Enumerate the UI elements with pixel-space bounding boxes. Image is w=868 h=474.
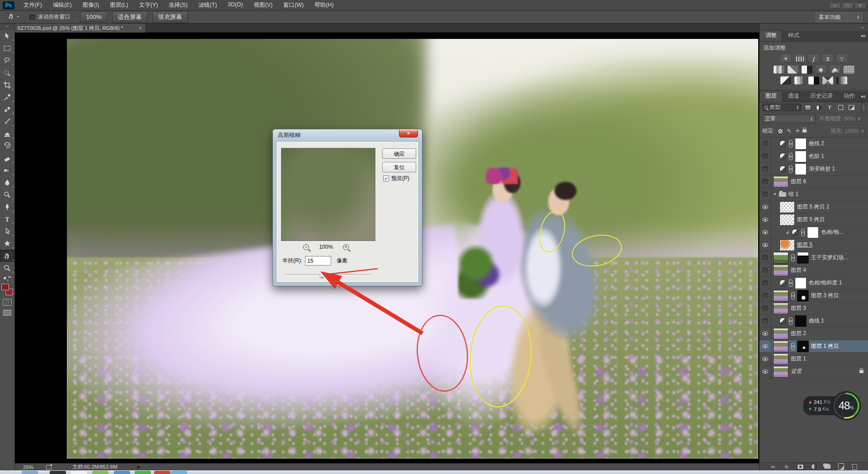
vibrance-icon[interactable] <box>836 55 847 63</box>
levels-icon[interactable] <box>794 55 805 63</box>
layer-row[interactable]: 背景 <box>760 365 868 378</box>
spot-healing-tool[interactable] <box>0 103 15 115</box>
brightness-contrast-icon[interactable] <box>780 55 791 63</box>
layer-thumbnail[interactable] <box>773 290 788 302</box>
fit-screen-button[interactable]: 适合屏幕 <box>112 11 148 23</box>
new-layer-icon[interactable] <box>836 463 845 470</box>
layer-row[interactable]: 图层 2 <box>760 327 868 340</box>
document-tab[interactable]: 6Z7T0035.psd @ 25% (图层 1 拷贝, RGB/8) * × <box>15 24 146 33</box>
close-button[interactable]: × <box>854 2 866 9</box>
layer-name[interactable]: 图层 3 <box>791 304 806 312</box>
layer-thumbnail[interactable] <box>773 341 788 352</box>
quick-mask-button[interactable] <box>3 299 12 306</box>
lasso-tool[interactable] <box>0 54 15 66</box>
layer-thumbnail[interactable] <box>773 176 788 188</box>
tab-调整[interactable]: 调整 <box>760 30 783 41</box>
tool-preset-dropdown-arrow[interactable]: ▼ <box>17 16 19 18</box>
hand-tool[interactable] <box>0 250 15 262</box>
visibility-toggle[interactable] <box>760 289 771 302</box>
panel-menu-icon[interactable]: ▾≡ <box>861 94 866 99</box>
history-brush-tool[interactable] <box>0 140 15 152</box>
visibility-toggle[interactable] <box>760 226 771 238</box>
dodge-tool[interactable] <box>0 189 15 201</box>
layer-name[interactable]: 色相/饱... <box>821 228 843 236</box>
quick-select-tool[interactable] <box>0 66 15 79</box>
app-light-circle[interactable] <box>71 471 87 474</box>
layer-row[interactable]: 渐变映射 1 <box>760 163 868 175</box>
exposure-icon[interactable] <box>822 55 833 63</box>
visibility-toggle[interactable] <box>760 213 771 226</box>
pen-tool[interactable] <box>0 201 15 213</box>
layer-row[interactable]: 图层 3 拷贝 <box>760 289 868 302</box>
hue-saturation-icon[interactable] <box>774 66 784 74</box>
layer-row[interactable]: 图层 5 拷贝 2 <box>760 201 868 213</box>
new-group-icon[interactable] <box>823 463 832 470</box>
blend-mode-dropdown[interactable]: 正常 ▲▼ <box>762 114 816 123</box>
menu-item-6[interactable]: 滤镜(T) <box>193 0 222 10</box>
radius-input[interactable] <box>305 256 331 265</box>
layer-name[interactable]: 图层 6 <box>791 178 806 185</box>
clone-stamp-tool[interactable] <box>0 128 15 140</box>
visibility-toggle[interactable] <box>760 251 771 264</box>
curves-icon[interactable] <box>808 55 819 63</box>
layer-name[interactable]: 色相/饱和度 1 <box>809 279 842 287</box>
eraser-tool[interactable] <box>0 152 15 164</box>
layer-thumbnail[interactable] <box>773 252 788 264</box>
layer-name[interactable]: 背景 <box>791 368 802 375</box>
menu-item-7[interactable]: 3D(D) <box>222 0 248 10</box>
gradient-map-icon[interactable] <box>836 76 847 85</box>
layer-row[interactable]: 图层 5 拷贝 <box>760 213 868 226</box>
eyedropper-tool[interactable] <box>0 91 15 103</box>
visibility-toggle[interactable] <box>760 353 771 365</box>
layer-thumbnail[interactable] <box>773 328 788 340</box>
selective-color-icon[interactable] <box>822 76 833 85</box>
layer-row[interactable]: 色相/饱和度 1 <box>760 277 868 289</box>
lock-position-icon[interactable] <box>794 128 801 134</box>
toolbox-collapse-button[interactable]: ›› <box>0 24 14 30</box>
layer-name[interactable]: 图层 5 拷贝 <box>797 216 825 223</box>
channel-mixer-icon[interactable] <box>830 66 840 74</box>
menu-item-4[interactable]: 文字(Y) <box>134 0 164 10</box>
layer-style-fx-icon[interactable] <box>782 463 791 470</box>
layer-mask-thumbnail[interactable] <box>795 163 807 175</box>
filter-toggle-switch[interactable] <box>862 104 865 112</box>
gradient-tool[interactable] <box>0 164 15 176</box>
adjustment-filter-icon[interactable] <box>815 104 822 111</box>
smart-object-filter-icon[interactable] <box>848 104 855 111</box>
layer-row[interactable]: 图层 5 <box>760 239 868 251</box>
panel-menu-icon[interactable]: ▾≡ <box>861 33 866 38</box>
layer-mask-thumbnail[interactable] <box>795 277 807 289</box>
delete-layer-icon[interactable] <box>850 463 859 470</box>
color-balance-icon[interactable] <box>788 66 798 74</box>
maximize-button[interactable]: □ <box>842 2 854 9</box>
app-blue-circle[interactable] <box>114 471 130 474</box>
layer-name[interactable]: 渐变映射 1 <box>809 165 835 173</box>
layer-thumbnail[interactable] <box>779 239 795 251</box>
layer-mask-thumbnail[interactable] <box>797 341 809 352</box>
layer-row[interactable]: 图层 6 <box>760 175 868 188</box>
radius-slider[interactable] <box>284 272 372 278</box>
move-tool[interactable] <box>0 30 15 42</box>
app-red-yellow[interactable] <box>154 471 170 474</box>
menu-item-8[interactable]: 视图(V) <box>248 0 278 10</box>
layer-name[interactable]: 曲线 2 <box>809 140 824 147</box>
layer-name[interactable]: 图层 4 <box>791 266 806 274</box>
shape-filter-icon[interactable] <box>837 104 844 111</box>
layer-row[interactable]: 图层 1 <box>760 353 868 365</box>
visibility-toggle[interactable] <box>760 188 771 200</box>
path-select-tool[interactable] <box>0 225 15 237</box>
foreground-color-swatch[interactable] <box>1 284 9 290</box>
add-layer-mask-icon[interactable] <box>796 463 805 470</box>
brush-tool[interactable] <box>0 115 15 128</box>
scroll-all-windows-checkbox[interactable] <box>29 14 35 20</box>
visibility-toggle[interactable] <box>760 340 771 352</box>
visibility-toggle[interactable] <box>760 327 771 340</box>
layer-thumbnail[interactable] <box>773 265 788 276</box>
layer-row[interactable]: ↲色相/饱... <box>760 226 868 239</box>
layer-mask-thumbnail[interactable] <box>795 315 807 327</box>
lock-all-icon[interactable] <box>802 129 807 133</box>
threshold-icon[interactable] <box>808 76 819 85</box>
tab-历史记录[interactable]: 历史记录 <box>805 91 838 102</box>
layer-mask-thumbnail[interactable] <box>795 151 807 162</box>
layer-row[interactable]: 图层 1 拷贝 <box>760 340 868 353</box>
